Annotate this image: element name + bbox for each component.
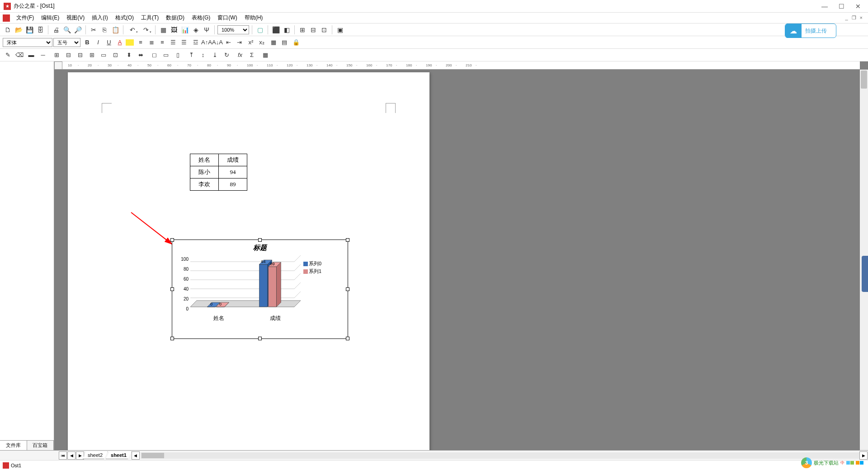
resize-handle[interactable] — [170, 337, 174, 340]
menu-format[interactable]: 格式(O) — [112, 13, 137, 23]
last-button[interactable]: ▦ — [260, 50, 270, 60]
image-button[interactable]: 🖼 — [169, 25, 179, 35]
layout1-button[interactable]: ▢ — [255, 25, 265, 35]
sheet-tab[interactable]: sheet1 — [106, 451, 132, 459]
resize-handle[interactable] — [170, 238, 174, 242]
grid2-button[interactable]: ⊟ — [308, 25, 318, 35]
save-button[interactable]: 💾 — [24, 25, 34, 35]
cell2-button[interactable]: ▭ — [161, 50, 171, 60]
close-button[interactable]: ✕ — [855, 3, 861, 10]
maximize-button[interactable]: ☐ — [839, 3, 844, 10]
table-cell[interactable]: 陈小 — [190, 166, 219, 179]
object-button[interactable]: ◈ — [191, 25, 201, 35]
align-left-button[interactable]: ≡ — [136, 38, 146, 47]
fill-button[interactable]: ▬ — [26, 50, 36, 60]
horizontal-scrollbar[interactable]: ◀▶ — [141, 452, 868, 459]
sub-button[interactable]: x₂ — [257, 38, 267, 47]
redo-button[interactable]: ↷ — [140, 25, 152, 35]
font-name-select[interactable]: 宋体 — [3, 38, 52, 47]
split-h-button[interactable]: ⬛ — [271, 25, 281, 35]
menu-data[interactable]: 数据(D) — [162, 13, 188, 23]
table-cell[interactable]: 94 — [219, 166, 247, 179]
left-tab-files[interactable]: 文件库 — [0, 441, 27, 450]
menu-view[interactable]: 视图(V) — [63, 13, 88, 23]
document-page[interactable]: 姓名 成绩 陈小 94 李欢 89 — [68, 72, 429, 450]
insert-col-button[interactable]: ⊟ — [63, 50, 73, 60]
highlight-button[interactable] — [126, 39, 134, 46]
align-justify-button[interactable]: ☰ — [168, 38, 178, 47]
border2-button[interactable]: ▤ — [279, 38, 289, 47]
style2-button[interactable]: A↓A — [212, 38, 222, 47]
minimize-button[interactable]: — — [821, 3, 828, 10]
menu-window[interactable]: 窗口(W) — [214, 13, 241, 23]
pen-button[interactable]: ✎ — [3, 50, 13, 60]
sheet-nav-next[interactable]: ▶ — [76, 451, 84, 460]
resize-handle[interactable] — [258, 238, 262, 242]
valign-mid-button[interactable]: ↕ — [198, 50, 208, 60]
menu-tools[interactable]: 工具(T) — [137, 13, 162, 23]
preview-button[interactable]: 🔍 — [62, 25, 72, 35]
align-center-button[interactable]: ≣ — [146, 38, 156, 47]
menu-edit[interactable]: 编辑(E) — [38, 13, 63, 23]
symbol-button[interactable]: Ψ — [202, 25, 212, 35]
indent-inc-button[interactable]: ⇥ — [234, 38, 244, 47]
new-button[interactable]: 🗋 — [3, 25, 13, 35]
sheet-nav-prev[interactable]: ◀ — [67, 451, 75, 460]
font-color-button[interactable]: A — [115, 38, 125, 47]
resize-handle[interactable] — [170, 287, 174, 291]
resize-handle[interactable] — [346, 287, 349, 291]
cell1-button[interactable]: ◻ — [149, 50, 159, 60]
line-color-button[interactable]: ─ — [38, 50, 48, 60]
table-cell[interactable]: 李欢 — [190, 179, 219, 191]
open-button[interactable]: 📂 — [14, 25, 24, 35]
bold-button[interactable]: B — [82, 38, 92, 47]
insert-row-button[interactable]: ⊞ — [52, 50, 61, 60]
table-cell[interactable]: 89 — [219, 179, 247, 191]
resize-handle[interactable] — [258, 337, 262, 340]
underline-button[interactable]: U — [104, 38, 114, 47]
grid3-button[interactable]: ⊡ — [319, 25, 329, 35]
data-table[interactable]: 姓名 成绩 陈小 94 李欢 89 — [190, 154, 247, 191]
horizontal-ruler[interactable]: 10·20·30·40·50·60·70·80·90·100·110·120·1… — [62, 61, 860, 70]
mdi-restore[interactable]: ❐ — [852, 15, 856, 21]
align-dist-button[interactable]: ☰ — [179, 38, 189, 47]
scrollbar-thumb[interactable] — [142, 453, 164, 458]
sup-button[interactable]: x² — [246, 38, 256, 47]
border1-button[interactable]: ▦ — [269, 38, 278, 47]
mdi-minimize[interactable]: _ — [845, 15, 848, 21]
extra-button[interactable]: ▣ — [335, 25, 345, 35]
menu-insert[interactable]: 插入(I) — [88, 13, 111, 23]
menu-file[interactable]: 文件(F) — [13, 13, 38, 23]
chart-object[interactable]: 标题 020406080100 0 0 94 89 — [172, 240, 348, 339]
canvas-area[interactable]: 10·20·30·40·50·60·70·80·90·100·110·120·1… — [54, 61, 868, 450]
table-button[interactable]: ▦ — [158, 25, 168, 35]
chart-button[interactable]: 📊 — [180, 25, 190, 35]
merge-button[interactable]: ▭ — [99, 50, 108, 60]
sum-button[interactable]: fx — [235, 50, 245, 60]
dist-cols-button[interactable]: ⬌ — [136, 50, 146, 60]
thumbnail-area[interactable] — [0, 61, 54, 440]
delete-col-button[interactable]: ⊞ — [87, 50, 97, 60]
style1-button[interactable]: A↑A — [202, 38, 212, 47]
ruler-corner[interactable] — [54, 61, 62, 70]
align-right-button[interactable]: ≡ — [157, 38, 167, 47]
split-v-button[interactable]: ◧ — [282, 25, 292, 35]
resize-handle[interactable] — [346, 238, 349, 242]
left-tab-treasure[interactable]: 百宝箱 — [27, 441, 54, 450]
menu-table[interactable]: 表格(G) — [188, 13, 214, 23]
scrollbar-thumb[interactable] — [861, 70, 867, 89]
font-size-select[interactable]: 五号 — [53, 38, 80, 47]
cell3-button[interactable]: ▯ — [173, 50, 183, 60]
valign-bot-button[interactable]: ⤓ — [210, 50, 220, 60]
table-header-cell[interactable]: 成绩 — [219, 154, 247, 166]
list-button[interactable]: ☲ — [191, 38, 201, 47]
undo-button[interactable]: ↶ — [126, 25, 139, 35]
paste-button[interactable]: 📋 — [110, 25, 120, 35]
valign-top-button[interactable]: ⤒ — [186, 50, 196, 60]
sheet-nav-first[interactable]: ⏮ — [59, 451, 67, 460]
sort-button[interactable]: Σ — [247, 50, 257, 60]
print-button[interactable]: 🖨 — [51, 25, 61, 35]
scroll-left[interactable]: ◀ — [132, 451, 140, 460]
text-dir-button[interactable]: ↻ — [222, 50, 231, 60]
eraser-button[interactable]: ⌫ — [14, 50, 24, 60]
